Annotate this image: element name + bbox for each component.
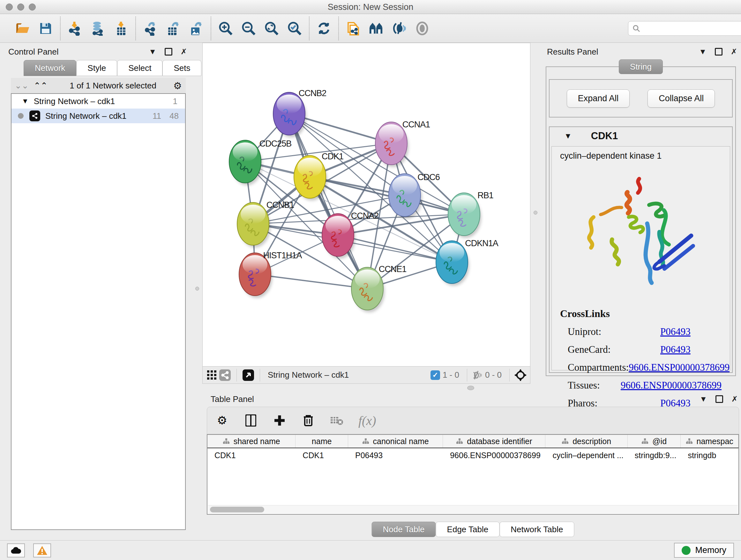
table-cell[interactable]: CDK1 xyxy=(207,448,295,462)
cloud-status-button[interactable] xyxy=(7,543,25,557)
export-network-icon[interactable] xyxy=(143,21,158,36)
import-database-icon[interactable] xyxy=(91,21,105,36)
export-image-icon[interactable] xyxy=(189,21,204,36)
tab-network[interactable]: Network xyxy=(23,60,76,76)
memory-button[interactable]: Memory xyxy=(674,543,734,558)
delete-column-icon[interactable] xyxy=(301,413,316,428)
close-panel-icon[interactable]: ✗ xyxy=(731,48,737,56)
control-panel-tabs: Network Style Select Sets xyxy=(23,60,201,76)
show-all-icon[interactable] xyxy=(415,21,429,36)
table-cell[interactable]: P06493 xyxy=(348,448,443,462)
results-panel-title: Results Panel xyxy=(547,47,598,57)
tab-string[interactable]: String xyxy=(619,59,663,74)
open-file-icon[interactable] xyxy=(15,21,30,36)
save-session-icon[interactable] xyxy=(38,21,53,36)
tab-style[interactable]: Style xyxy=(76,60,117,76)
close-panel-icon[interactable]: ✗ xyxy=(731,395,738,403)
delete-table-icon[interactable] xyxy=(330,413,344,428)
expand-all-button[interactable]: Expand All xyxy=(567,89,630,108)
network-node-ccnb1[interactable]: CCNB1 xyxy=(237,200,294,247)
table-cell[interactable]: stringdb xyxy=(681,448,738,462)
crosslink-link[interactable]: P06493 xyxy=(660,344,690,355)
tab-network-table[interactable]: Network Table xyxy=(499,522,574,537)
collection-label: String Network – cdk1 xyxy=(34,97,115,106)
search-input[interactable] xyxy=(628,21,741,36)
collapse-all-button[interactable]: Collapse All xyxy=(648,89,715,108)
fit-selected-crosshair-icon[interactable] xyxy=(514,369,527,381)
tab-node-table[interactable]: Node Table xyxy=(372,522,436,537)
warnings-button[interactable] xyxy=(33,543,51,557)
network-node-ccna2[interactable]: CCNA2 xyxy=(322,211,379,259)
panel-menu-icon[interactable]: ▼ xyxy=(699,395,707,403)
copy-network-icon[interactable] xyxy=(346,21,360,36)
column-header-description[interactable]: description xyxy=(545,435,627,448)
table-row[interactable]: CDK1CDK1P064939606.ENSP00000378699cyclin… xyxy=(207,448,738,462)
table-cell[interactable]: CDK1 xyxy=(295,448,348,462)
right-splitter-handle[interactable] xyxy=(534,211,537,214)
network-node-cdkn1a[interactable]: CDKN1A xyxy=(436,239,498,286)
tab-edge-table[interactable]: Edge Table xyxy=(436,522,500,537)
close-panel-icon[interactable]: ✗ xyxy=(181,48,187,56)
add-column-icon[interactable] xyxy=(272,413,287,428)
table-horizontal-scrollbar[interactable] xyxy=(208,505,738,513)
zoom-selected-icon[interactable] xyxy=(287,21,302,36)
network-node-hist1h1a[interactable]: HIST1H1A xyxy=(239,251,302,298)
float-panel-icon[interactable] xyxy=(715,48,723,56)
hide-selected-icon[interactable] xyxy=(392,21,407,36)
selected-nodes-checkbox-icon[interactable]: ✓ xyxy=(430,370,440,380)
left-splitter-handle[interactable] xyxy=(195,287,199,291)
table-cell[interactable]: cyclin–dependent ... xyxy=(545,448,627,462)
node-table: shared namenamecanonical namedatabase id… xyxy=(207,434,739,515)
panel-menu-icon[interactable]: ▼ xyxy=(699,48,706,56)
crosslink-row: GeneCard:P06493 xyxy=(568,344,722,355)
hidden-elements-icon[interactable] xyxy=(472,371,482,380)
collection-caret-icon[interactable]: ▼ xyxy=(22,97,29,105)
network-edge[interactable] xyxy=(289,114,367,289)
column-header-canonical-name[interactable]: canonical name xyxy=(348,435,443,448)
grid-view-icon[interactable] xyxy=(206,369,218,381)
table-panel-title: Table Panel xyxy=(211,394,254,404)
entry-caret-icon[interactable]: ▼ xyxy=(564,132,572,140)
zoom-fit-icon[interactable] xyxy=(264,21,279,36)
panel-menu-icon[interactable]: ▼ xyxy=(149,48,156,56)
network-badge-icon[interactable] xyxy=(218,369,232,381)
show-columns-icon[interactable] xyxy=(244,413,258,428)
table-options-gear-icon[interactable]: ⚙ xyxy=(215,413,229,428)
refresh-icon[interactable] xyxy=(317,21,331,36)
column-header-namespac[interactable]: namespac xyxy=(681,435,738,448)
zoom-out-icon[interactable] xyxy=(241,21,256,36)
function-builder-icon[interactable]: f(x) xyxy=(358,413,376,428)
column-header-shared-name[interactable]: shared name xyxy=(207,435,295,448)
network-collection-row[interactable]: ▼ String Network – cdk1 1 xyxy=(11,94,185,109)
network-node-ccna1[interactable]: CCNA1 xyxy=(375,120,430,167)
import-network-icon[interactable] xyxy=(68,21,82,36)
network-graph[interactable]: CCNB2CCNA1CDC25BCDK1CDC6RB1CCNB1CCNA2CDK… xyxy=(203,43,530,366)
tab-select[interactable]: Select xyxy=(117,60,162,76)
open-in-window-icon[interactable] xyxy=(241,369,255,381)
column-header-@id[interactable]: @id xyxy=(628,435,681,448)
network-options-gear-icon[interactable]: ⚙ xyxy=(173,80,182,91)
import-table-icon[interactable] xyxy=(114,21,128,36)
first-neighbors-icon[interactable] xyxy=(369,21,384,36)
column-header-name[interactable]: name xyxy=(295,435,348,448)
table-cell[interactable]: stringdb:9... xyxy=(628,448,681,462)
network-node-rb1[interactable]: RB1 xyxy=(448,191,493,238)
zoom-in-icon[interactable] xyxy=(218,21,233,36)
network-node-cdc25b[interactable]: CDC25B xyxy=(229,139,291,185)
tab-sets[interactable]: Sets xyxy=(162,60,201,76)
network-node-ccne1[interactable]: CCNE1 xyxy=(351,264,406,312)
network-row[interactable]: String Network – cdk1 1148 xyxy=(11,109,185,123)
column-header-database-identifier[interactable]: database identifier xyxy=(443,435,545,448)
table-cell[interactable]: 9606.ENSP00000378699 xyxy=(443,448,545,462)
expand-all-networks-icon[interactable]: ⌃⌃ xyxy=(34,81,48,91)
node-label: CCNB2 xyxy=(299,88,327,98)
crosslink-link[interactable]: 9606.ENSP00000378699 xyxy=(621,380,722,391)
node-count: 11 xyxy=(152,111,161,121)
network-view[interactable]: CCNB2CCNA1CDC25BCDK1CDC6RB1CCNB1CCNA2CDK… xyxy=(202,43,530,384)
collapse-all-networks-icon[interactable]: ⌄⌄ xyxy=(15,81,29,91)
export-table-icon[interactable] xyxy=(166,21,181,36)
float-panel-icon[interactable] xyxy=(165,48,172,56)
float-panel-icon[interactable] xyxy=(716,395,723,403)
crosslink-link[interactable]: 9606.ENSP00000378699 xyxy=(629,362,730,373)
crosslink-link[interactable]: P06493 xyxy=(660,326,690,337)
